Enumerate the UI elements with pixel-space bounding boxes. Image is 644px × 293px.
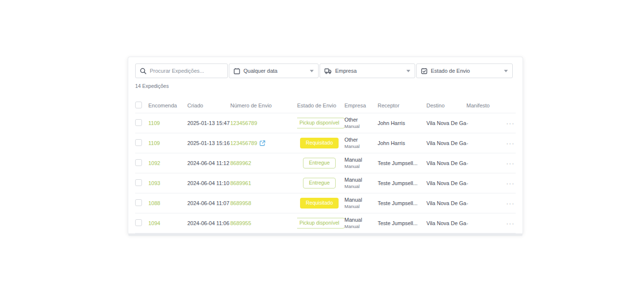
header-numero-de-envio: Número de Envio — [230, 103, 297, 108]
status-badge: Entregue — [303, 158, 336, 168]
table-row: 1109 2025-01-13 15:16 123456789 Requisit… — [135, 133, 516, 153]
row-actions-menu[interactable]: ··· — [498, 120, 516, 127]
order-link[interactable]: 1093 — [148, 180, 160, 186]
shipping-status-filter[interactable]: Estado de Envio — [416, 63, 513, 78]
receptor-name: Teste Jumpsell... — [378, 180, 426, 186]
date-filter[interactable]: Qualquer data — [229, 63, 319, 78]
created-at: 2024-06-04 11:12 — [187, 160, 230, 166]
created-at: 2025-01-13 15:16 — [187, 140, 230, 146]
manifesto-value: - — [466, 140, 498, 146]
clipboard-check-icon — [421, 68, 427, 74]
order-link[interactable]: 1109 — [148, 140, 160, 146]
filter-bar: Qualquer data Empresa Estado de Envio — [135, 63, 516, 78]
company-name: Other — [344, 137, 375, 144]
header-encomenda: Encomenda — [148, 103, 187, 108]
created-at: 2025-01-13 15:47 — [187, 120, 230, 126]
manifesto-value: - — [466, 120, 498, 126]
select-all-checkbox[interactable] — [135, 102, 142, 108]
company-name: Manual — [344, 157, 375, 164]
company-filter[interactable]: Empresa — [320, 63, 415, 78]
created-at: 2024-06-04 11:10 — [187, 180, 230, 186]
company-method: Manual — [344, 144, 375, 149]
manifesto-value: - — [466, 160, 498, 166]
destination: Vila Nova De Gaia — [426, 180, 466, 186]
row-checkbox[interactable] — [135, 139, 142, 146]
shipment-number-link[interactable]: 8689961 — [230, 180, 251, 186]
status-badge: Pickup disponível — [297, 218, 344, 229]
calendar-icon — [234, 68, 240, 74]
expeditions-table: Encomenda Criado Número de Envio Estado … — [135, 98, 516, 236]
company-name: Other — [344, 117, 375, 124]
manifesto-value: - — [466, 180, 498, 186]
shipping-status-filter-label: Estado de Envio — [431, 68, 470, 74]
manifesto-value: - — [466, 200, 498, 206]
search-input[interactable] — [150, 68, 218, 74]
row-actions-menu[interactable]: ··· — [498, 180, 516, 187]
row-checkbox[interactable] — [135, 159, 142, 166]
company-method: Manual — [344, 164, 375, 169]
row-actions-menu[interactable]: ··· — [498, 140, 516, 147]
search-icon — [140, 68, 146, 74]
destination: Vila Nova De Gaia — [426, 120, 466, 126]
header-manifesto: Manifesto — [466, 103, 498, 108]
status-badge: Entregue — [303, 178, 336, 188]
shipment-number-link[interactable]: 8689962 — [230, 160, 251, 166]
row-actions-menu[interactable]: ··· — [498, 200, 516, 207]
destination: Vila Nova De Gaia — [426, 200, 466, 206]
company-method: Manual — [344, 184, 375, 189]
row-checkbox[interactable] — [135, 179, 142, 186]
row-actions-menu[interactable]: ··· — [498, 160, 516, 167]
receptor-name: Teste Jumpsell... — [378, 220, 426, 226]
status-badge: Requisitado — [300, 198, 339, 209]
expeditions-count: 14 Expedições — [135, 83, 516, 89]
shipment-number-link[interactable]: 123456789 — [230, 140, 257, 146]
created-at: 2024-06-04 11:06 — [187, 220, 230, 226]
chevron-down-icon — [310, 70, 314, 72]
horizontal-scrollbar[interactable] — [128, 233, 523, 236]
status-badge: Pickup disponível — [297, 118, 344, 128]
search-box[interactable] — [135, 63, 228, 78]
chevron-down-icon — [406, 70, 410, 72]
header-receptor: Receptor — [378, 103, 426, 108]
order-link[interactable]: 1094 — [148, 220, 160, 226]
row-checkbox[interactable] — [135, 219, 142, 226]
chevron-down-icon — [504, 70, 508, 72]
shipment-number-link[interactable]: 123456789 — [230, 120, 257, 126]
table-row: 1092 2024-06-04 11:12 8689962 Entregue M… — [135, 153, 516, 173]
receptor-name: John Harris — [378, 140, 426, 146]
table-header-row: Encomenda Criado Número de Envio Estado … — [135, 98, 516, 113]
external-link-icon[interactable] — [260, 140, 265, 146]
shipment-number-link[interactable]: 8689958 — [230, 200, 251, 206]
company-method: Manual — [344, 124, 375, 129]
company-name: Manual — [344, 197, 375, 204]
table-row: 1109 2025-01-13 15:47 123456789 Pickup d… — [135, 113, 516, 133]
header-empresa: Empresa — [344, 103, 378, 108]
expeditions-panel: Qualquer data Empresa Estado de Envio 14… — [128, 57, 523, 234]
destination: Vila Nova De Gaia — [426, 140, 466, 146]
table-row: 1088 2024-06-04 11:07 8689958 Requisitad… — [135, 193, 516, 213]
destination: Vila Nova De Gaia — [426, 220, 466, 226]
header-criado: Criado — [187, 103, 230, 108]
table-row: 1093 2024-06-04 11:10 8689961 Entregue M… — [135, 173, 516, 193]
row-checkbox[interactable] — [135, 199, 142, 206]
receptor-name: John Harris — [378, 120, 426, 126]
row-checkbox[interactable] — [135, 119, 142, 126]
order-link[interactable]: 1092 — [148, 160, 160, 166]
created-at: 2024-06-04 11:07 — [187, 200, 230, 206]
company-name: Manual — [344, 217, 375, 224]
status-badge: Requisitado — [300, 138, 339, 148]
company-method: Manual — [344, 224, 375, 230]
header-destino: Destino — [426, 103, 466, 108]
manifesto-value: - — [466, 220, 498, 226]
header-estado-de-envio: Estado de Envio — [297, 103, 344, 108]
row-actions-menu[interactable]: ··· — [498, 220, 516, 227]
destination: Vila Nova De Gaia — [426, 160, 466, 166]
company-filter-label: Empresa — [335, 68, 357, 74]
receptor-name: Teste Jumpsell... — [378, 160, 426, 166]
date-filter-label: Qualquer data — [243, 68, 278, 74]
order-link[interactable]: 1109 — [148, 120, 160, 126]
table-row: 1094 2024-06-04 11:06 8689955 Pickup dis… — [135, 213, 516, 233]
company-name: Manual — [344, 177, 375, 184]
order-link[interactable]: 1088 — [148, 200, 160, 206]
shipment-number-link[interactable]: 8689955 — [230, 220, 251, 226]
